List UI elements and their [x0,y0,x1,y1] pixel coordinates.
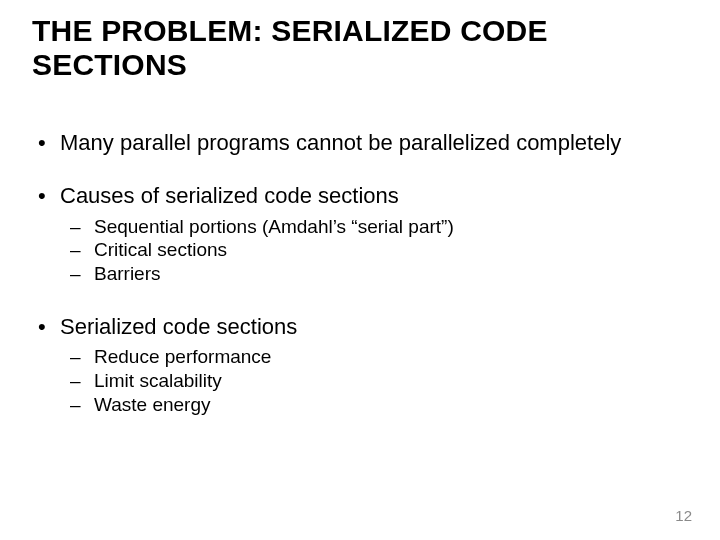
sub-bullet-item: Sequential portions (Amdahl’s “serial pa… [94,215,688,239]
sub-bullet-item: Reduce performance [94,345,688,369]
sub-bullet-item: Barriers [94,262,688,286]
page-number: 12 [675,507,692,524]
bullet-list: Many parallel programs cannot be paralle… [32,130,688,416]
sub-bullet-list: Sequential portions (Amdahl’s “serial pa… [60,215,688,286]
sub-bullet-text: Critical sections [94,239,227,260]
bullet-text: Many parallel programs cannot be paralle… [60,130,621,155]
bullet-text: Causes of serialized code sections [60,183,399,208]
sub-bullet-item: Limit scalability [94,369,688,393]
sub-bullet-text: Waste energy [94,394,211,415]
sub-bullet-text: Barriers [94,263,161,284]
sub-bullet-list: Reduce performance Limit scalability Was… [60,345,688,416]
sub-bullet-text: Reduce performance [94,346,271,367]
sub-bullet-item: Waste energy [94,393,688,417]
bullet-item: Many parallel programs cannot be paralle… [60,130,688,155]
bullet-text: Serialized code sections [60,314,297,339]
sub-bullet-text: Sequential portions (Amdahl’s “serial pa… [94,216,454,237]
sub-bullet-text: Limit scalability [94,370,222,391]
bullet-item: Causes of serialized code sections Seque… [60,183,688,286]
slide-content: Many parallel programs cannot be paralle… [32,130,688,416]
bullet-item: Serialized code sections Reduce performa… [60,314,688,417]
sub-bullet-item: Critical sections [94,238,688,262]
slide-title: THE PROBLEM: SERIALIZED CODE SECTIONS [32,14,688,82]
slide: THE PROBLEM: SERIALIZED CODE SECTIONS Ma… [0,0,720,540]
